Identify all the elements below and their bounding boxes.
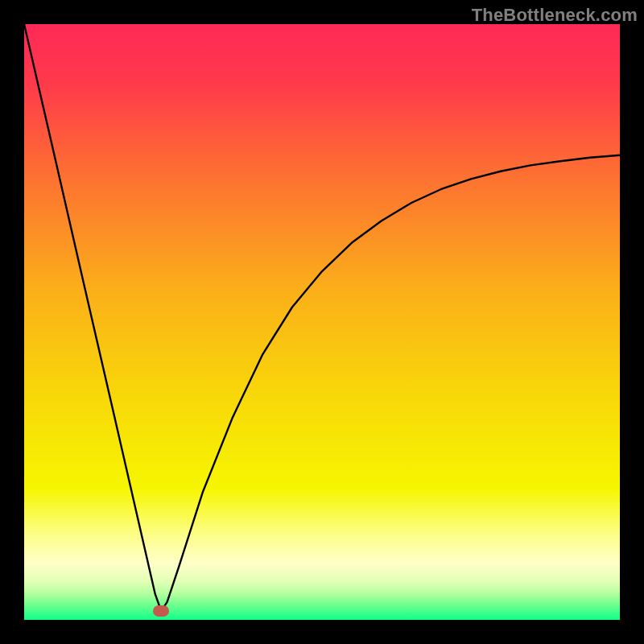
chart-frame: TheBottleneck.com	[0, 0, 644, 644]
plot-area	[24, 24, 620, 620]
bottleneck-curve	[24, 24, 620, 620]
watermark-text: TheBottleneck.com	[472, 5, 638, 26]
optimum-marker	[153, 605, 169, 617]
